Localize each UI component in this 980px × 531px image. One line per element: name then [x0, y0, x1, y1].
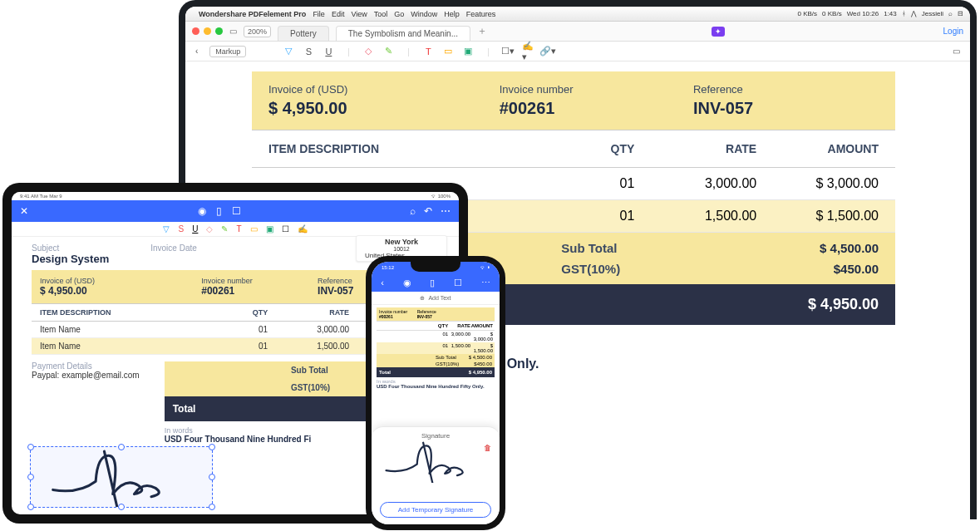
delete-signature-icon[interactable]: 🗑: [484, 444, 491, 452]
menu-go[interactable]: Go: [394, 10, 404, 18]
resize-handle[interactable]: [27, 504, 34, 510]
gst-label: GST(10%): [436, 361, 464, 366]
close-window-button[interactable]: [192, 27, 199, 35]
ipad-toolbar: ✕ ◉ ▯ ☐ ⌕ ↶ ⋯: [12, 200, 459, 222]
resize-handle[interactable]: [27, 474, 34, 480]
attachment-icon[interactable]: 🔗▾: [542, 46, 554, 57]
ipad-indicators: ᯤ 100%: [431, 194, 451, 199]
menu-tool[interactable]: Tool: [374, 10, 388, 18]
add-temporary-signature-button[interactable]: Add Temporary Signature: [380, 502, 491, 518]
view-icon[interactable]: ☐: [454, 278, 462, 288]
tab-symbolism[interactable]: The Symbolism and Meanin...: [336, 26, 470, 41]
subtotal-value: $ 4,500.00: [756, 241, 879, 255]
menu-features[interactable]: Features: [466, 10, 496, 18]
more-icon[interactable]: ⋯: [441, 205, 451, 217]
eraser-icon[interactable]: ◇: [362, 46, 374, 57]
sign-icon[interactable]: ✍: [298, 224, 308, 234]
cell-amount: $ 1,500.00: [470, 343, 493, 353]
back-button[interactable]: ‹: [195, 47, 198, 56]
bluetooth-icon[interactable]: ᚼ: [902, 10, 906, 17]
resize-handle[interactable]: [118, 504, 125, 510]
text-icon[interactable]: T: [236, 224, 241, 234]
ref-value: INV-057: [417, 314, 432, 319]
tab-pottery[interactable]: Pottery: [278, 26, 329, 41]
menu-window[interactable]: Window: [411, 10, 437, 18]
cell-item: Item Name: [40, 342, 219, 351]
menu-edit[interactable]: Edit: [332, 10, 345, 18]
total-value: $ 4,950.00: [808, 296, 879, 313]
gst-label: GST(10%): [561, 262, 756, 276]
signature-selection-box[interactable]: [30, 446, 213, 508]
strike-icon[interactable]: S: [178, 224, 184, 234]
menu-file[interactable]: File: [313, 10, 325, 18]
eraser-icon[interactable]: ◇: [206, 224, 213, 234]
highlight-icon[interactable]: ▽: [163, 224, 170, 234]
highlight-icon[interactable]: ▽: [283, 46, 294, 57]
sidebar-toggle-icon[interactable]: ▭: [229, 27, 237, 36]
premium-icon[interactable]: ✦: [712, 27, 725, 37]
signature-icon[interactable]: ✍▾: [522, 46, 534, 57]
home-icon[interactable]: ◉: [198, 205, 206, 217]
reference-label: Reference: [693, 83, 879, 96]
resize-handle[interactable]: [209, 504, 215, 510]
menubar-user[interactable]: Jessieli: [922, 10, 943, 17]
menubar-app-name[interactable]: Wondershare PDFelement Pro: [199, 10, 306, 18]
close-icon[interactable]: ✕: [20, 205, 28, 217]
payment-details-value: Paypal: example@email.com: [32, 371, 140, 380]
cell-rate: 1,500.00: [268, 342, 349, 351]
mode-select[interactable]: Markup: [209, 46, 246, 57]
strikethrough-icon[interactable]: S: [303, 46, 314, 57]
inv-num-label: Invoice number: [201, 277, 314, 285]
bookmark-icon[interactable]: ☐: [232, 205, 241, 217]
more-icon[interactable]: ⋯: [481, 278, 490, 288]
search-icon[interactable]: ⌕: [410, 205, 416, 217]
note-icon[interactable]: ▭: [250, 224, 258, 234]
pen-icon[interactable]: ✎: [221, 224, 228, 234]
login-link[interactable]: Login: [943, 27, 963, 36]
resize-handle[interactable]: [209, 444, 215, 450]
menu-view[interactable]: View: [351, 10, 367, 18]
invoice-number-value: #00261: [500, 99, 685, 118]
resize-handle[interactable]: [118, 444, 125, 450]
back-icon[interactable]: ‹: [381, 278, 384, 288]
invoice-number-label: Invoice number: [500, 83, 685, 96]
maximize-window-button[interactable]: [215, 27, 223, 35]
cell-qty: 01: [219, 325, 268, 334]
home-icon[interactable]: ◉: [403, 278, 411, 288]
search-icon[interactable]: ⌕: [948, 10, 953, 17]
undo-icon[interactable]: ↶: [424, 205, 432, 217]
page-icon[interactable]: ▯: [216, 205, 222, 217]
control-center-icon[interactable]: ⊟: [958, 10, 963, 17]
notch: [411, 262, 460, 272]
textbox-icon[interactable]: T: [422, 46, 434, 57]
cell-qty: 01: [219, 342, 268, 351]
underline-icon[interactable]: U: [192, 224, 198, 234]
wifi-icon[interactable]: ⋀: [911, 10, 917, 17]
underline-icon[interactable]: U: [323, 46, 334, 57]
editor-toolbar: ‹ Markup ▽ S U | ◇ ✎ | T ▭ ▣ | ☐▾ ✍▾ 🔗▾ …: [185, 42, 970, 61]
zoom-select[interactable]: 200%: [244, 26, 271, 37]
stamp-icon[interactable]: ▣: [266, 224, 273, 234]
add-text-bar[interactable]: ⊕ Add Text: [372, 292, 500, 305]
menu-help[interactable]: Help: [444, 10, 460, 18]
resize-handle[interactable]: [209, 474, 215, 480]
cell-amount: $ 3,000.00: [470, 332, 493, 342]
shape-icon[interactable]: ☐▾: [502, 46, 514, 57]
inv-num-value: #00261: [379, 314, 393, 319]
col-rate: RATE: [448, 323, 470, 328]
shape-icon[interactable]: ☐: [282, 224, 289, 234]
pen-icon[interactable]: ✎: [382, 46, 394, 57]
note-icon[interactable]: ▭: [442, 46, 454, 57]
subject-value: Design System: [32, 253, 109, 265]
new-tab-button[interactable]: ＋: [477, 24, 487, 38]
cell-qty: 01: [561, 209, 634, 224]
iphone-document[interactable]: Invoice number#00261 ReferenceINV-057 QT…: [372, 305, 500, 391]
page-icon[interactable]: ▯: [430, 278, 435, 288]
resize-handle[interactable]: [27, 444, 34, 450]
stamp-icon[interactable]: ▣: [462, 46, 474, 57]
cell-rate: 3,000.00: [448, 332, 470, 342]
minimize-window-button[interactable]: [204, 27, 211, 35]
total-label: Total: [379, 370, 391, 375]
view-toggle-icon[interactable]: ▭: [953, 47, 960, 56]
menubar-date: Wed 10:26: [847, 10, 879, 17]
